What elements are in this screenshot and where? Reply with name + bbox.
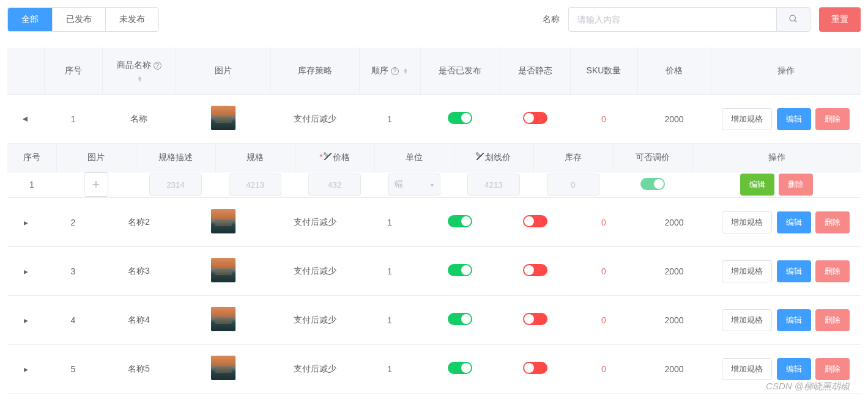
help-icon[interactable]: ? [154, 62, 161, 70]
col-price: 价格 [637, 48, 711, 95]
col-order-label: 顺序 [371, 65, 388, 76]
reset-button[interactable]: 重置 [819, 7, 861, 32]
add-spec-button[interactable]: 增加规格 [722, 309, 772, 331]
cell-price: 2000 [637, 394, 711, 397]
add-image-button[interactable]: + [84, 172, 108, 197]
col-published: 是否已发布 [420, 48, 500, 95]
tab-published[interactable]: 已发布 [53, 8, 106, 31]
col-name[interactable]: 商品名称 ? ▲▼ [102, 48, 176, 95]
sub-col-spec: 规格 [215, 144, 295, 172]
delete-button[interactable]: 删除 [815, 260, 850, 282]
published-toggle[interactable] [448, 362, 472, 374]
sub-col-action: 操作 [692, 144, 861, 172]
line-price-input[interactable] [467, 174, 520, 196]
cell-policy: 支付后减少 [270, 247, 359, 296]
filter-tabs: 全部 已发布 未发布 [7, 7, 159, 32]
edit-button[interactable]: 编辑 [740, 174, 774, 196]
cell-order: 1 [359, 394, 420, 397]
published-toggle[interactable] [448, 264, 472, 276]
col-index: 序号 [44, 48, 102, 95]
table-row: ▼ 1 名称 支付后减少 1 0 2000 增加规格 编辑 删除 [7, 95, 861, 144]
chevron-right-icon[interactable]: ▸ [24, 315, 28, 325]
stock-input[interactable] [547, 174, 599, 196]
cell-price: 2000 [637, 345, 711, 394]
product-thumbnail[interactable] [211, 307, 236, 331]
static-toggle[interactable] [523, 313, 547, 325]
cell-name: 名称 [102, 95, 176, 144]
cell-sku: 0 [570, 198, 637, 247]
table-row: ▸ 5 名称5 支付后减少 1 0 2000 增加规格 编辑 删除 [7, 345, 861, 394]
sort-icon[interactable]: ▲▼ [403, 68, 408, 74]
search-button[interactable] [776, 7, 811, 32]
search-input[interactable] [568, 7, 776, 32]
cell-policy: 支付后减少 [270, 198, 359, 247]
edit-button[interactable]: 编辑 [777, 108, 811, 130]
edit-button[interactable]: 编辑 [777, 358, 811, 380]
cell-price: 2000 [637, 198, 711, 247]
cell-index: 5 [44, 345, 102, 394]
tab-unpublished[interactable]: 未发布 [106, 8, 158, 31]
static-toggle[interactable] [523, 215, 547, 227]
help-icon[interactable]: ? [391, 67, 399, 75]
edit-button[interactable]: 编辑 [777, 211, 811, 233]
chevron-down-icon: ▾ [431, 182, 434, 188]
spec-input[interactable] [229, 174, 281, 196]
cell-order: 1 [359, 95, 420, 144]
edit-button[interactable]: 编辑 [777, 309, 811, 331]
sub-col-image: 图片 [56, 144, 136, 172]
cell-sku: 0 [570, 247, 637, 296]
cell-price: 2000 [637, 95, 711, 144]
svg-point-0 [790, 15, 795, 21]
add-spec-button[interactable]: 增加规格 [722, 358, 772, 380]
col-action: 操作 [711, 48, 861, 95]
sub-table-row: 1 + 幅▾ 编辑 删除 [7, 172, 861, 197]
product-thumbnail[interactable] [211, 209, 236, 233]
product-thumbnail[interactable] [211, 106, 236, 130]
cell-sku: 0 [570, 95, 637, 144]
static-toggle[interactable] [523, 264, 547, 276]
published-toggle[interactable] [448, 215, 472, 227]
tab-all[interactable]: 全部 [8, 8, 53, 31]
delete-button[interactable]: 删除 [815, 108, 850, 130]
cell-index: 6 [44, 394, 102, 397]
cell-order: 1 [359, 345, 420, 394]
price-input[interactable] [308, 174, 361, 196]
cell-index: 4 [44, 296, 102, 345]
col-order[interactable]: 顺序 ? ▲▼ [359, 48, 420, 95]
sub-col-adj: 可否调价 [613, 144, 692, 172]
delete-button[interactable]: 删除 [779, 174, 813, 196]
sub-cell-index: 1 [7, 172, 56, 197]
unit-select[interactable]: 幅▾ [388, 174, 440, 196]
edit-button[interactable]: 编辑 [777, 260, 811, 282]
published-toggle[interactable] [448, 313, 472, 325]
chevron-right-icon[interactable]: ▸ [24, 266, 28, 276]
delete-button[interactable]: 删除 [815, 358, 850, 380]
col-image: 图片 [176, 48, 270, 95]
published-toggle[interactable] [448, 112, 472, 124]
product-thumbnail[interactable] [211, 258, 236, 282]
static-toggle[interactable] [523, 362, 547, 374]
sub-col-index: 序号 [7, 144, 56, 172]
product-thumbnail[interactable] [211, 356, 236, 380]
table-row: ▸ 3 名称3 支付后减少 1 0 2000 增加规格 编辑 删除 [7, 247, 861, 296]
add-spec-button[interactable]: 增加规格 [722, 211, 772, 233]
cell-sku: 0 [570, 345, 637, 394]
cell-sku: 0 [570, 394, 637, 397]
add-spec-button[interactable]: 增加规格 [722, 260, 772, 282]
cell-order: 1 [359, 198, 420, 247]
add-spec-button[interactable]: 增加规格 [722, 108, 772, 130]
chevron-right-icon[interactable]: ▸ [24, 364, 28, 374]
table-row: ▸ 4 名称4 支付后减少 1 0 2000 增加规格 编辑 删除 [7, 296, 861, 345]
static-toggle[interactable] [523, 112, 547, 124]
sub-col-stock: 库存 [533, 144, 613, 172]
spec-desc-input[interactable] [149, 174, 202, 196]
col-name-label: 商品名称 [117, 60, 151, 71]
chevron-right-icon[interactable]: ▼ [21, 115, 31, 123]
adjustable-toggle[interactable] [640, 178, 665, 190]
delete-button[interactable]: 删除 [815, 211, 850, 233]
sort-icon[interactable]: ▲▼ [138, 76, 143, 82]
cell-name: 名称6 [102, 394, 176, 397]
delete-button[interactable]: 删除 [815, 309, 850, 331]
cell-index: 3 [44, 247, 102, 296]
chevron-right-icon[interactable]: ▸ [24, 218, 28, 227]
